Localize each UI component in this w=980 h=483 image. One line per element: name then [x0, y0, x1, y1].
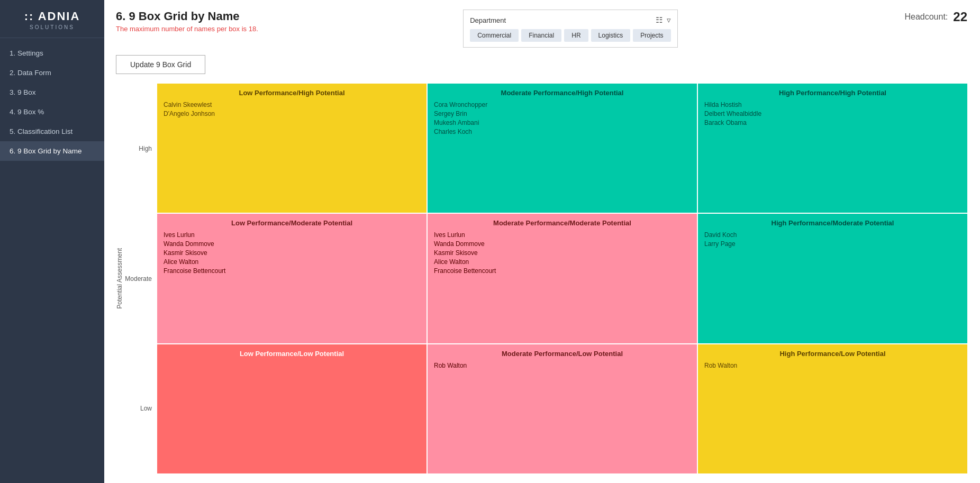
dept-filter-label: Department	[470, 16, 506, 24]
cell-name: David Koch	[704, 231, 961, 239]
grid-cell: Low Performance/Low Potential	[157, 344, 427, 473]
grid-wrap: Low Performance/High PotentialCalvin Ske…	[157, 84, 967, 473]
cell-title: Moderate Performance/High Potential	[434, 89, 691, 97]
headcount-box: Headcount: 22	[883, 10, 967, 24]
cell-name: Alice Walton	[434, 258, 691, 266]
grid-cell: Low Performance/High PotentialCalvin Ske…	[157, 84, 427, 213]
sidebar-item[interactable]: 4. 9 Box %	[0, 102, 104, 122]
cell-name: Delbert Whealbiddle	[704, 110, 961, 117]
cell-name: Charles Koch	[434, 128, 691, 135]
grid-cell: High Performance/Low PotentialRob Walton	[698, 344, 967, 473]
logo-sub: SOLUTIONS	[30, 24, 75, 30]
cell-name: Kasmir Skisove	[164, 249, 420, 257]
grid-row: Low Performance/High PotentialCalvin Ske…	[157, 84, 967, 213]
dept-chip[interactable]: HR	[564, 29, 588, 42]
main-content: 6. 9 Box Grid by Name The maximum number…	[104, 0, 980, 483]
logo-icon: :: ADNIA	[24, 10, 80, 23]
subtitle: The maximum number of names per box is 1…	[116, 25, 258, 33]
cell-name: Ives Lurlun	[434, 231, 691, 239]
cell-title: High Performance/Low Potential	[704, 350, 961, 358]
cell-name: Francoise Bettencourt	[164, 267, 420, 275]
dept-chip[interactable]: Projects	[633, 29, 670, 42]
y-tick: High	[128, 84, 155, 214]
title-block: 6. 9 Box Grid by Name The maximum number…	[116, 10, 258, 33]
headcount-label: Headcount:	[904, 12, 948, 22]
y-axis-ticks: HighModerateLow	[128, 84, 155, 473]
page-title: 6. 9 Box Grid by Name	[116, 10, 258, 23]
cell-title: Moderate Performance/Low Potential	[434, 350, 691, 358]
grid-outer: Potential Assessment HighModerateLow Low…	[116, 84, 967, 473]
cell-title: Low Performance/High Potential	[164, 89, 420, 97]
sidebar-nav: 1. Settings2. Data Form3. 9 Box4. 9 Box …	[0, 43, 104, 161]
y-tick: Low	[128, 343, 155, 473]
cell-title: Low Performance/Low Potential	[164, 350, 420, 358]
cell-name: Cora Wronchopper	[434, 101, 691, 108]
cell-name: Hilda Hostish	[704, 101, 961, 108]
grid-cell: Moderate Performance/High PotentialCora …	[428, 84, 697, 213]
cell-name: Larry Page	[704, 240, 961, 248]
grid-cell: High Performance/High PotentialHilda Hos…	[698, 84, 967, 213]
cell-name: Calvin Skeewlest	[164, 101, 420, 108]
funnel-filter-icon[interactable]: ▿	[667, 15, 671, 25]
logo-area: :: ADNIA SOLUTIONS	[0, 0, 104, 38]
sidebar-item[interactable]: 5. Classification List	[0, 122, 104, 141]
grid-row: Low Performance/Low PotentialModerate Pe…	[157, 344, 967, 473]
cell-name: D'Angelo Jonhson	[164, 110, 420, 117]
headcount-value: 22	[953, 10, 967, 24]
dept-chip[interactable]: Commercial	[470, 29, 519, 42]
cell-title: High Performance/High Potential	[704, 89, 961, 97]
update-btn-container: Update 9 Box Grid	[116, 55, 967, 74]
sidebar-item[interactable]: 1. Settings	[0, 43, 104, 63]
cell-name: Wanda Dommove	[164, 240, 420, 248]
grid-cell: Low Performance/Moderate PotentialIves L…	[157, 214, 427, 343]
grid-cell: Moderate Performance/Low PotentialRob Wa…	[428, 344, 697, 473]
list-filter-icon[interactable]: ☷	[656, 15, 663, 25]
cell-name: Alice Walton	[164, 258, 420, 266]
cell-name: Kasmir Skisove	[434, 249, 691, 257]
cell-title: High Performance/Moderate Potential	[704, 219, 961, 227]
cell-name: Francoise Bettencourt	[434, 267, 691, 275]
cell-name: Rob Walton	[434, 362, 691, 369]
dept-chip[interactable]: Logistics	[591, 29, 631, 42]
cell-name: Mukesh Ambani	[434, 119, 691, 126]
cell-name: Sergey Brin	[434, 110, 691, 117]
sidebar-item[interactable]: 2. Data Form	[0, 63, 104, 83]
dept-chips: CommercialFinancialHRLogisticsProjects	[470, 29, 670, 42]
y-tick: Moderate	[128, 214, 155, 344]
sidebar-item[interactable]: 6. 9 Box Grid by Name	[0, 141, 104, 161]
cell-name: Ives Lurlun	[164, 231, 420, 239]
update-9box-button[interactable]: Update 9 Box Grid	[116, 55, 205, 74]
cell-name: Rob Walton	[704, 362, 961, 369]
grid-row: Low Performance/Moderate PotentialIves L…	[157, 214, 967, 343]
dept-filter-header: Department ☷ ▿	[470, 15, 670, 25]
y-axis-label: Potential Assessment	[116, 248, 125, 309]
cell-title: Low Performance/Moderate Potential	[164, 219, 420, 227]
grid-cell: Moderate Performance/Moderate PotentialI…	[428, 214, 697, 343]
dept-filter-icons: ☷ ▿	[656, 15, 671, 25]
dept-chip[interactable]: Financial	[521, 29, 561, 42]
header-row: 6. 9 Box Grid by Name The maximum number…	[116, 10, 967, 48]
cell-name: Wanda Dommove	[434, 240, 691, 248]
dept-filter-box: Department ☷ ▿ CommercialFinancialHRLogi…	[463, 10, 677, 48]
cell-title: Moderate Performance/Moderate Potential	[434, 219, 691, 227]
grid-cell: High Performance/Moderate PotentialDavid…	[698, 214, 967, 343]
cell-name: Barack Obama	[704, 119, 961, 126]
sidebar: :: ADNIA SOLUTIONS 1. Settings2. Data Fo…	[0, 0, 104, 483]
sidebar-item[interactable]: 3. 9 Box	[0, 83, 104, 102]
